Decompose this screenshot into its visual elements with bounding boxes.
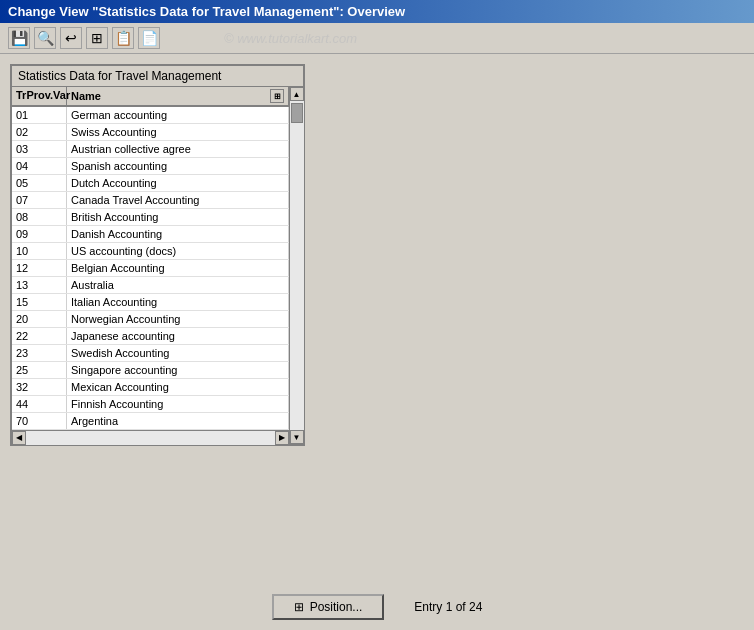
cell-name: Canada Travel Accounting [67,192,289,208]
table-row[interactable]: 12 Belgian Accounting [12,260,289,277]
title-bar: Change View "Statistics Data for Travel … [0,0,754,23]
table-row[interactable]: 25 Singapore accounting [12,362,289,379]
cell-var: 10 [12,243,67,259]
cell-name: Finnish Accounting [67,396,289,412]
table-row[interactable]: 32 Mexican Accounting [12,379,289,396]
cell-var: 09 [12,226,67,242]
table-row[interactable]: 23 Swedish Accounting [12,345,289,362]
cell-name: German accounting [67,107,289,123]
cell-var: 12 [12,260,67,276]
cell-var: 23 [12,345,67,361]
cell-name: Japanese accounting [67,328,289,344]
cell-var: 20 [12,311,67,327]
position-icon: ⊞ [294,600,304,614]
cell-var: 08 [12,209,67,225]
cell-name: Spanish accounting [67,158,289,174]
cell-var: 44 [12,396,67,412]
header-var: TrProv.Var [12,87,67,105]
toolbar: 💾 🔍 ↩ ⊞ 📋 📄 © www.tutorialkart.com [0,23,754,54]
main-window: Change View "Statistics Data for Travel … [0,0,754,630]
scroll-right-button[interactable]: ▶ [275,431,289,445]
scroll-thumb[interactable] [291,103,303,123]
cell-var: 01 [12,107,67,123]
save-icon[interactable]: 💾 [8,27,30,49]
watermark: © www.tutorialkart.com [224,31,357,46]
copy-icon[interactable]: 📋 [112,27,134,49]
table-row[interactable]: 07 Canada Travel Accounting [12,192,289,209]
scroll-down-button[interactable]: ▼ [290,430,304,444]
cell-name: Norwegian Accounting [67,311,289,327]
entry-info: Entry 1 of 24 [414,600,482,614]
cell-var: 32 [12,379,67,395]
table-row[interactable]: 20 Norwegian Accounting [12,311,289,328]
cell-var: 03 [12,141,67,157]
table-row[interactable]: 10 US accounting (docs) [12,243,289,260]
cell-var: 02 [12,124,67,140]
find-icon[interactable]: 🔍 [34,27,56,49]
table-row[interactable]: 44 Finnish Accounting [12,396,289,413]
cell-name: Italian Accounting [67,294,289,310]
position-label: Position... [310,600,363,614]
cell-name: US accounting (docs) [67,243,289,259]
position-button[interactable]: ⊞ Position... [272,594,385,620]
cell-var: 70 [12,413,67,429]
data-table: Statistics Data for Travel Management Tr… [10,64,305,446]
table-icon[interactable]: ⊞ [86,27,108,49]
cell-name: Swedish Accounting [67,345,289,361]
cell-name: British Accounting [67,209,289,225]
back-icon[interactable]: ↩ [60,27,82,49]
cell-name: Singapore accounting [67,362,289,378]
cell-var: 25 [12,362,67,378]
cell-var: 22 [12,328,67,344]
horizontal-scrollbar[interactable]: ◀ ▶ [12,430,289,444]
scroll-track-v[interactable] [290,101,304,430]
sort-icon[interactable]: ⊞ [270,89,284,103]
table-row[interactable]: 09 Danish Accounting [12,226,289,243]
cell-name: Dutch Accounting [67,175,289,191]
cell-name: Austrian collective agree [67,141,289,157]
detail-icon[interactable]: 📄 [138,27,160,49]
table-row[interactable]: 05 Dutch Accounting [12,175,289,192]
scroll-left-button[interactable]: ◀ [12,431,26,445]
table-row[interactable]: 15 Italian Accounting [12,294,289,311]
cell-var: 13 [12,277,67,293]
scroll-up-button[interactable]: ▲ [290,87,304,101]
cell-var: 07 [12,192,67,208]
table-body: 01 German accounting 02 Swiss Accounting… [12,107,289,430]
cell-var: 05 [12,175,67,191]
table-row[interactable]: 02 Swiss Accounting [12,124,289,141]
cell-name: Mexican Accounting [67,379,289,395]
cell-name: Danish Accounting [67,226,289,242]
cell-name: Australia [67,277,289,293]
footer: ⊞ Position... Entry 1 of 24 [0,584,754,630]
table-row[interactable]: 04 Spanish accounting [12,158,289,175]
table-row[interactable]: 03 Austrian collective agree [12,141,289,158]
cell-var: 15 [12,294,67,310]
vertical-scrollbar[interactable]: ▲ ▼ [289,87,303,444]
table-row[interactable]: 08 British Accounting [12,209,289,226]
table-row[interactable]: 70 Argentina [12,413,289,430]
header-name: Name ⊞ [67,87,289,105]
table-caption: Statistics Data for Travel Management [12,66,303,87]
cell-name: Belgian Accounting [67,260,289,276]
table-row[interactable]: 13 Australia [12,277,289,294]
window-title: Change View "Statistics Data for Travel … [8,4,405,19]
content-area: Statistics Data for Travel Management Tr… [0,54,754,584]
scroll-track-h[interactable] [26,431,275,445]
cell-name: Swiss Accounting [67,124,289,140]
table-header: TrProv.Var Name ⊞ [12,87,289,107]
cell-var: 04 [12,158,67,174]
table-row[interactable]: 22 Japanese accounting [12,328,289,345]
table-row[interactable]: 01 German accounting [12,107,289,124]
cell-name: Argentina [67,413,289,429]
